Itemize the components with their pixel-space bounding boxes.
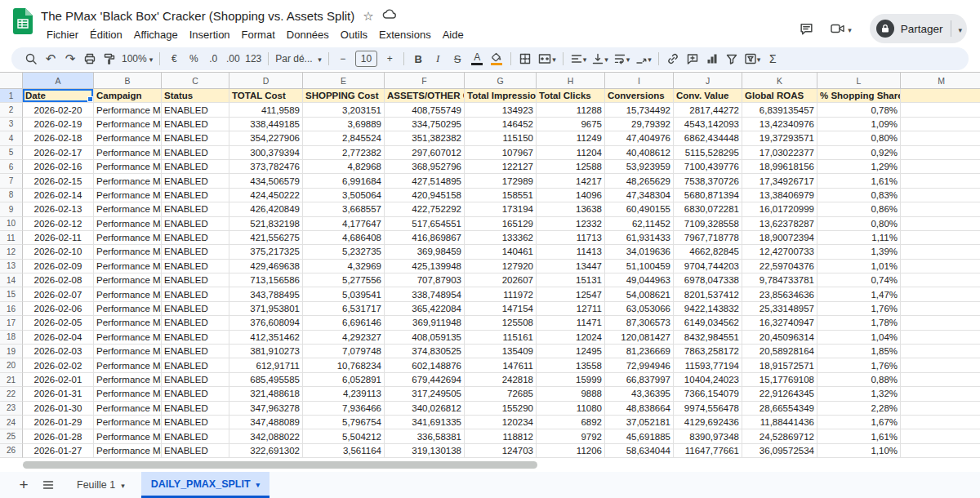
cell-E14[interactable]: 5,277556 (303, 273, 385, 287)
cell-F23[interactable]: 340,026812 (385, 402, 465, 416)
menu-format[interactable]: Format (236, 27, 281, 42)
cell-B9[interactable]: Performance Ma (94, 202, 162, 216)
cell-C10[interactable]: ENABLED (162, 217, 229, 231)
cell-A23[interactable]: 2026-01-30 (23, 402, 94, 416)
cell-G7[interactable]: 172989 (465, 174, 537, 188)
cell-F17[interactable]: 369,911948 (385, 316, 465, 330)
cell-L17[interactable]: 1,78% (817, 316, 901, 330)
document-title[interactable]: The PMax 'Black Box' Cracker (Shopping v… (41, 9, 354, 23)
cell-H10[interactable]: 12332 (537, 217, 605, 231)
cell-D20[interactable]: 612,91711 (229, 358, 303, 372)
cell-J13[interactable]: 9704,744203 (674, 260, 742, 273)
cell-H20[interactable]: 13558 (537, 358, 605, 372)
cell-L21[interactable]: 0,88% (817, 373, 901, 387)
menu-outils[interactable]: Outils (335, 27, 373, 42)
cell-J8[interactable]: 5680,871394 (674, 189, 742, 202)
column-header-C[interactable]: C (162, 73, 229, 89)
column-header-G[interactable]: G (465, 73, 537, 89)
cell-J5[interactable]: 5115,528295 (674, 146, 742, 160)
cell-I17[interactable]: 87,306573 (605, 316, 674, 330)
cell-H8[interactable]: 14096 (537, 189, 605, 202)
cell-C16[interactable]: ENABLED (162, 302, 229, 316)
cell-J21[interactable]: 10404,24023 (674, 373, 742, 387)
cell-F14[interactable]: 707,87903 (385, 273, 465, 287)
cell-C18[interactable]: ENABLED (162, 331, 229, 345)
cell-M11[interactable] (901, 231, 980, 245)
cell-M5[interactable] (901, 146, 980, 160)
cell-C1[interactable]: Status (162, 89, 229, 103)
cell-K25[interactable]: 24,52869712 (742, 429, 817, 443)
cell-K24[interactable]: 11,88441436 (742, 416, 817, 429)
cell-J3[interactable]: 4543,142093 (674, 118, 742, 131)
cell-H5[interactable]: 11204 (537, 146, 605, 160)
cell-J11[interactable]: 7967,718778 (674, 231, 742, 245)
cell-K19[interactable]: 20,58928164 (742, 345, 817, 358)
cell-L7[interactable]: 1,61% (817, 174, 901, 188)
cell-B21[interactable]: Performance Ma (94, 373, 162, 387)
cell-B3[interactable]: Performance Ma (94, 118, 162, 131)
cell-C13[interactable]: ENABLED (162, 260, 229, 273)
cell-C26[interactable]: ENABLED (162, 444, 229, 458)
cell-A7[interactable]: 2026-02-15 (23, 174, 94, 188)
italic-button[interactable]: I (428, 49, 448, 69)
cell-B16[interactable]: Performance Ma (94, 302, 162, 316)
column-header-H[interactable]: H (537, 73, 605, 89)
filter-views-button[interactable] (742, 49, 764, 69)
cell-H19[interactable]: 12495 (537, 345, 605, 358)
cell-C11[interactable]: ENABLED (162, 231, 229, 245)
row-header-21[interactable]: 21 (0, 373, 23, 387)
cell-B12[interactable]: Performance Ma (94, 245, 162, 259)
cell-L2[interactable]: 0,78% (817, 103, 901, 117)
cell-B14[interactable]: Performance Ma (94, 273, 162, 287)
cell-G22[interactable]: 72685 (465, 387, 537, 401)
cell-I19[interactable]: 81,236669 (605, 345, 674, 358)
cell-D17[interactable]: 376,608094 (229, 316, 303, 330)
share-dropdown-icon[interactable] (958, 21, 962, 36)
cell-A4[interactable]: 2026-02-18 (23, 131, 94, 145)
cell-H2[interactable]: 11288 (537, 103, 605, 117)
cell-F18[interactable]: 408,059135 (385, 331, 465, 345)
row-header-24[interactable]: 24 (0, 416, 23, 429)
cell-C21[interactable]: ENABLED (162, 373, 229, 387)
cell-D23[interactable]: 347,963278 (229, 402, 303, 416)
cell-B19[interactable]: Performance Ma (94, 345, 162, 358)
cell-L9[interactable]: 0,86% (817, 202, 901, 216)
cell-C19[interactable]: ENABLED (162, 345, 229, 358)
cell-L19[interactable]: 1,85% (817, 345, 901, 358)
cell-L5[interactable]: 0,92% (817, 146, 901, 160)
text-wrap-button[interactable] (611, 49, 633, 69)
cell-C15[interactable]: ENABLED (162, 287, 229, 301)
cell-B13[interactable]: Performance Ma (94, 260, 162, 273)
cell-E25[interactable]: 5,504212 (303, 429, 385, 443)
bold-button[interactable]: B (408, 49, 428, 69)
cell-L22[interactable]: 1,32% (817, 387, 901, 401)
row-header-9[interactable]: 9 (0, 202, 23, 216)
cell-F7[interactable]: 427,514895 (385, 174, 465, 188)
cell-J22[interactable]: 7366,154079 (674, 387, 742, 401)
cell-M12[interactable] (901, 245, 980, 259)
cell-D16[interactable]: 371,953801 (229, 302, 303, 316)
cell-A22[interactable]: 2026-01-31 (23, 387, 94, 401)
column-header-J[interactable]: J (674, 73, 742, 89)
row-header-15[interactable]: 15 (0, 287, 23, 301)
drive-saved-cloud-icon[interactable] (382, 8, 397, 23)
cell-H1[interactable]: Total Clicks (537, 89, 605, 103)
cell-F24[interactable]: 341,691335 (385, 416, 465, 429)
cell-H15[interactable]: 12547 (537, 287, 605, 301)
menu-insertion[interactable]: Insertion (184, 27, 236, 42)
select-all-corner[interactable] (0, 73, 23, 89)
cell-J7[interactable]: 7538,370726 (674, 174, 742, 188)
cell-L4[interactable]: 0,80% (817, 131, 901, 145)
cell-E9[interactable]: 3,668557 (303, 202, 385, 216)
cell-H4[interactable]: 11249 (537, 131, 605, 145)
cell-I7[interactable]: 48,265629 (605, 174, 674, 188)
cell-M14[interactable] (901, 273, 980, 287)
menu-edition[interactable]: Édition (84, 27, 128, 42)
more-formats-button[interactable]: 123 (243, 49, 264, 69)
cell-E12[interactable]: 5,232735 (303, 245, 385, 259)
column-header-L[interactable]: L (817, 73, 901, 89)
cell-E18[interactable]: 4,292327 (303, 331, 385, 345)
cell-L18[interactable]: 1,04% (817, 331, 901, 345)
cell-I1[interactable]: Conversions (605, 89, 674, 103)
cell-D7[interactable]: 434,506579 (229, 174, 303, 188)
